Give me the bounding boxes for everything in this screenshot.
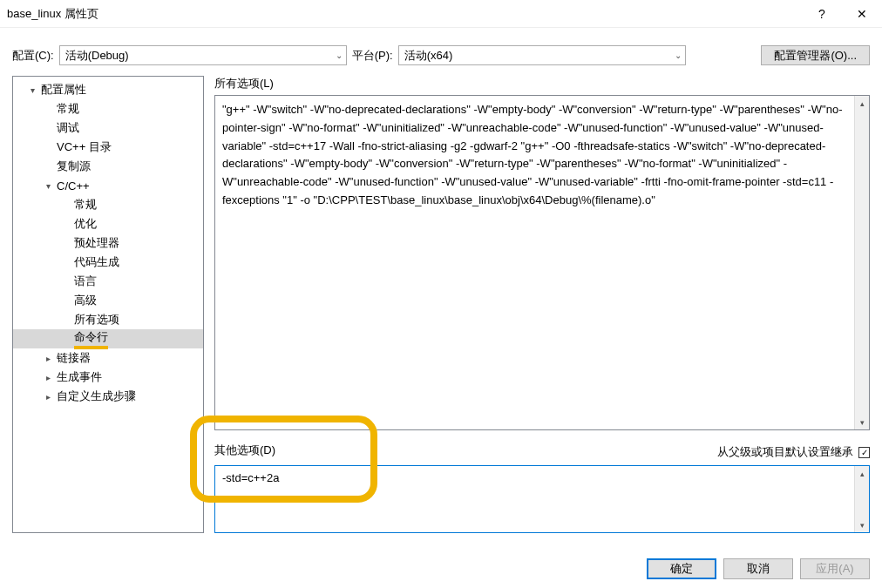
tree-general[interactable]: 常规 [13, 99, 203, 118]
all-options-text[interactable]: "g++" -W"switch" -W"no-deprecated-declar… [215, 96, 854, 429]
config-label: 配置(C): [12, 48, 54, 64]
tree-cpp-opt[interactable]: 优化 [13, 214, 203, 233]
config-dropdown[interactable]: 活动(Debug) ⌄ [59, 45, 347, 65]
platform-label: 平台(P): [352, 48, 393, 64]
scroll-up-icon[interactable]: ▴ [855, 466, 869, 481]
tree-vcdir[interactable]: VC++ 目录 [13, 138, 203, 157]
tree-debug[interactable]: 调试 [13, 118, 203, 138]
expand-icon [31, 85, 41, 95]
expand-icon [46, 392, 57, 402]
config-row: 配置(C): 活动(Debug) ⌄ 平台(P): 活动(x64) ⌄ 配置管理… [0, 28, 882, 76]
other-options-row: 其他选项(D) 从父级或项目默认设置继承 ✓ [214, 443, 870, 462]
tree-custombuild[interactable]: 自定义生成步骤 [13, 387, 203, 406]
tree-buildevents[interactable]: 生成事件 [13, 368, 203, 387]
inherit-checkbox[interactable]: ✓ [858, 447, 870, 458]
scrollbar[interactable]: ▴ ▾ [854, 96, 869, 429]
apply-button[interactable]: 应用(A) [800, 558, 870, 579]
ok-button[interactable]: 确定 [647, 558, 716, 579]
cancel-button[interactable]: 取消 [723, 558, 793, 579]
other-options-label: 其他选项(D) [214, 443, 275, 458]
tree-cpp-preproc[interactable]: 预处理器 [13, 233, 203, 253]
all-options-label: 所有选项(L) [214, 76, 870, 91]
chevron-down-icon: ⌄ [336, 51, 343, 60]
dialog-buttons: 确定 取消 应用(A) [647, 558, 870, 579]
titlebar: base_linux 属性页 ? ✕ [0, 0, 882, 28]
platform-value: 活动(x64) [404, 48, 453, 64]
all-options-box: "g++" -W"switch" -W"no-deprecated-declar… [214, 95, 870, 430]
expand-icon [46, 181, 57, 191]
tree-cpp-allopt[interactable]: 所有选项 [13, 310, 203, 329]
tree-cpp-general[interactable]: 常规 [13, 195, 203, 214]
scroll-down-icon[interactable]: ▾ [855, 415, 869, 429]
right-panel: 所有选项(L) "g++" -W"switch" -W"no-deprecate… [214, 76, 870, 533]
platform-dropdown[interactable]: 活动(x64) ⌄ [398, 45, 686, 65]
tree-panel[interactable]: 配置属性 常规 调试 VC++ 目录 复制源 C/C++ 常规 优化 预处理器 … [12, 76, 204, 533]
inherit-label: 从父级或项目默认设置继承 [717, 444, 853, 460]
tree-cpp-cmdline[interactable]: 命令行 [13, 329, 203, 348]
chevron-down-icon: ⌄ [675, 51, 682, 60]
scroll-down-icon[interactable]: ▾ [855, 517, 869, 532]
tree-linker[interactable]: 链接器 [13, 348, 203, 368]
other-options-box[interactable]: -std=c++2a ▴ ▾ [214, 465, 870, 533]
tree-copysource[interactable]: 复制源 [13, 157, 203, 176]
window-title: base_linux 属性页 [7, 6, 802, 22]
scrollbar[interactable]: ▴ ▾ [854, 466, 869, 532]
close-button[interactable]: ✕ [842, 0, 882, 28]
tree-cpp-lang[interactable]: 语言 [13, 272, 203, 291]
main-area: 配置属性 常规 调试 VC++ 目录 复制源 C/C++ 常规 优化 预处理器 … [0, 76, 882, 533]
tree-cpp-codegen[interactable]: 代码生成 [13, 253, 203, 272]
expand-icon [46, 373, 57, 382]
tree-cpp-adv[interactable]: 高级 [13, 291, 203, 310]
config-manager-button[interactable]: 配置管理器(O)... [761, 45, 870, 65]
expand-icon [46, 354, 57, 363]
help-button[interactable]: ? [802, 0, 842, 28]
config-value: 活动(Debug) [65, 48, 129, 64]
scroll-up-icon[interactable]: ▴ [855, 96, 869, 111]
tree-root[interactable]: 配置属性 [13, 80, 203, 99]
tree-cpp[interactable]: C/C++ [13, 176, 203, 195]
other-options-value[interactable]: -std=c++2a [215, 466, 854, 532]
